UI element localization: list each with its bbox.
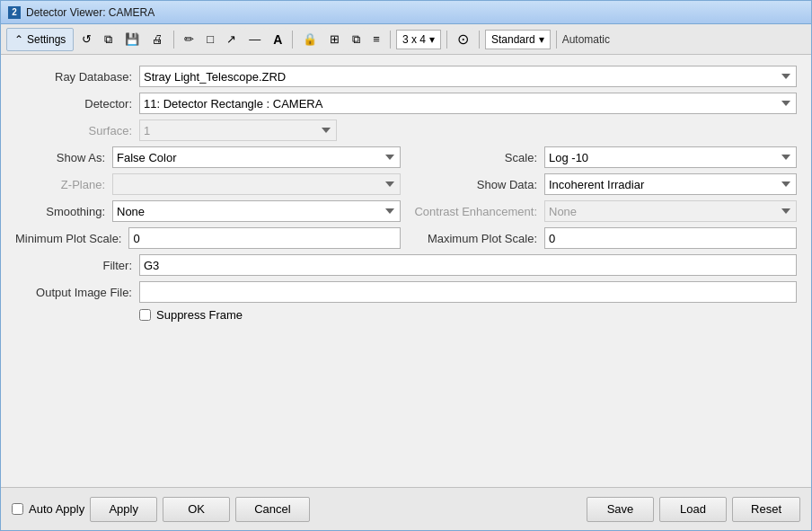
main-window: 2 Detector Viewer: CAMERA ⌃ Settings ↺ ⧉…	[0, 0, 812, 531]
ray-database-label: Ray Database:	[15, 70, 132, 84]
detector-row: Detector: 11: Detector Rectangle : CAMER…	[15, 93, 797, 114]
detector-select[interactable]: 11: Detector Rectangle : CAMERA	[139, 93, 797, 114]
zplane-group: Z-Plane:	[15, 173, 401, 195]
show-as-group: Show As: False Color	[15, 146, 401, 168]
settings-button[interactable]: ⌃ Settings	[6, 28, 74, 51]
separator-1	[173, 31, 174, 49]
standard-arrow: ▾	[539, 33, 544, 46]
contrast-group: Contrast Enhancement: None	[411, 200, 797, 222]
separator-4	[446, 31, 447, 49]
filter-label: Filter:	[15, 259, 132, 272]
scale-select[interactable]: Log -10	[544, 146, 797, 168]
auto-apply-label: Auto Apply	[29, 502, 84, 516]
scale-group: Scale: Log -10	[411, 146, 797, 168]
zplane-select	[112, 173, 401, 195]
ok-button[interactable]: OK	[163, 497, 230, 522]
separator-6	[556, 31, 557, 49]
arrow-button[interactable]: ↗	[222, 28, 241, 51]
detector-label: Detector:	[15, 97, 132, 111]
min-plot-scale-input[interactable]	[128, 227, 401, 249]
scale-label: Scale:	[411, 151, 537, 164]
reset-button[interactable]: Reset	[732, 497, 800, 522]
rotate-button[interactable]: ⊙	[453, 28, 473, 51]
standard-dropdown[interactable]: Standard ▾	[485, 30, 551, 49]
show-data-select[interactable]: Incoherent Irradiar	[544, 173, 797, 195]
toolbar: ⌃ Settings ↺ ⧉ 💾 🖨 ✏ □ ↗ — A 🔒 ⊞ ⧉ ≡ 3 x…	[1, 24, 811, 55]
pencil-button[interactable]: ✏	[180, 28, 199, 51]
zplane-showdata-row: Z-Plane: Show Data: Incoherent Irradiar	[15, 173, 797, 195]
bottom-bar: Auto Apply Apply OK Cancel Save Load Res…	[1, 487, 811, 530]
save-image-button[interactable]: 💾	[120, 28, 144, 51]
line-button[interactable]: —	[244, 28, 265, 51]
apply-button[interactable]: Apply	[90, 497, 157, 522]
content-area: Ray Database: Stray Light_Telescope.ZRD …	[1, 55, 811, 487]
copy-button[interactable]: ⧉	[100, 28, 117, 51]
grid-size-dropdown[interactable]: 3 x 4 ▾	[396, 30, 441, 49]
ray-database-select[interactable]: Stray Light_Telescope.ZRD	[139, 66, 797, 87]
layers-button[interactable]: ⧉	[348, 28, 365, 51]
separator-5	[479, 31, 480, 49]
contrast-label: Contrast Enhancement:	[411, 205, 537, 218]
show-as-label: Show As:	[15, 151, 105, 164]
filter-input[interactable]	[139, 254, 797, 276]
cancel-button[interactable]: Cancel	[235, 497, 309, 522]
rectangle-button[interactable]: □	[202, 28, 218, 51]
grid-view-button[interactable]: ⊞	[325, 28, 344, 51]
plot-scale-row: Minimum Plot Scale: Maximum Plot Scale:	[15, 227, 797, 249]
settings-label: Settings	[27, 33, 66, 46]
smoothing-contrast-row: Smoothing: None Contrast Enhancement: No…	[15, 200, 797, 222]
filter-row: Filter:	[15, 254, 797, 276]
surface-row: Surface: 1	[15, 119, 797, 141]
standard-label: Standard	[491, 33, 535, 46]
output-image-row: Output Image File:	[15, 281, 797, 303]
refresh-button[interactable]: ↺	[77, 28, 96, 51]
automatic-label: Automatic	[562, 33, 610, 46]
surface-select: 1	[139, 119, 337, 141]
max-plot-group: Maximum Plot Scale:	[411, 227, 797, 249]
text-button[interactable]: A	[269, 28, 287, 51]
smoothing-select[interactable]: None	[112, 200, 401, 222]
suppress-frame-checkbox[interactable]	[139, 309, 151, 321]
grid-size-arrow: ▾	[429, 33, 435, 46]
max-plot-scale-input[interactable]	[544, 227, 797, 249]
grid-size-label: 3 x 4	[402, 33, 426, 46]
show-as-select[interactable]: False Color	[112, 146, 401, 168]
title-bar: 2 Detector Viewer: CAMERA	[1, 1, 811, 24]
smoothing-label: Smoothing:	[15, 205, 105, 218]
suppress-frame-group: Suppress Frame	[139, 308, 243, 322]
zplane-label: Z-Plane:	[15, 178, 105, 191]
output-image-label: Output Image File:	[15, 286, 132, 299]
min-plot-group: Minimum Plot Scale:	[15, 227, 401, 249]
settings-up-icon: ⌃	[14, 33, 23, 46]
min-plot-scale-label: Minimum Plot Scale:	[15, 232, 121, 245]
surface-label: Surface:	[15, 124, 132, 137]
separator-2	[292, 31, 293, 49]
show-data-group: Show Data: Incoherent Irradiar	[411, 173, 797, 195]
suppress-frame-label: Suppress Frame	[156, 308, 243, 322]
separator-3	[390, 31, 391, 49]
print-button[interactable]: 🖨	[147, 28, 168, 51]
save-button[interactable]: Save	[587, 497, 654, 522]
max-plot-scale-label: Maximum Plot Scale:	[411, 232, 537, 245]
contrast-select: None	[544, 200, 797, 222]
window-icon: 2	[8, 6, 21, 19]
load-button[interactable]: Load	[659, 497, 727, 522]
show-data-label: Show Data:	[411, 178, 537, 191]
ray-database-row: Ray Database: Stray Light_Telescope.ZRD	[15, 66, 797, 87]
suppress-frame-row: Suppress Frame	[15, 308, 797, 322]
show-as-scale-row: Show As: False Color Scale: Log -10	[15, 146, 797, 168]
window-title: Detector Viewer: CAMERA	[26, 6, 154, 19]
smoothing-group: Smoothing: None	[15, 200, 401, 222]
auto-apply-checkbox[interactable]	[12, 503, 23, 515]
output-image-input[interactable]	[139, 281, 797, 303]
lock-button[interactable]: 🔒	[298, 28, 322, 51]
stack-button[interactable]: ≡	[368, 28, 384, 51]
